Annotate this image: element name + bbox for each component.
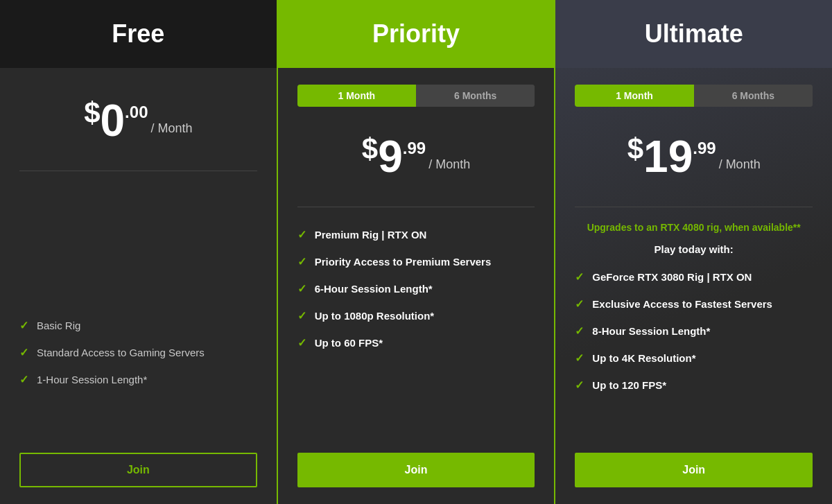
- play-today-label-ultimate: Play today with:: [575, 243, 813, 255]
- features-list-priority: ✓ Premium Rig | RTX ON ✓ Priority Access…: [297, 221, 535, 439]
- price-cents-priority: .99: [403, 139, 426, 158]
- price-dollar-ultimate: $: [627, 134, 643, 164]
- feature-text-free-2: 1-Hour Session Length*: [37, 374, 147, 385]
- price-dollar-priority: $: [362, 134, 378, 164]
- check-icon-priority-3: ✓: [297, 309, 306, 322]
- billing-1month-ultimate[interactable]: 1 Month: [575, 85, 693, 107]
- check-icon-ultimate-0: ✓: [575, 270, 584, 284]
- plan-free: Free $ 0 .00 / Month ✓ Basic Rig ✓: [0, 0, 277, 504]
- feature-item-free-1: ✓ Standard Access to Gaming Servers: [19, 339, 257, 366]
- feature-item-free-2: ✓ 1-Hour Session Length*: [19, 366, 257, 393]
- price-main-priority: $ 9 .99 / Month: [362, 134, 470, 179]
- feature-text-ultimate-3: Up to 4K Resolution*: [592, 352, 695, 364]
- plan-title-free: Free: [112, 19, 164, 48]
- check-icon-ultimate-1: ✓: [575, 297, 584, 311]
- feature-item-ultimate-4: ✓ Up to 120 FPS*: [575, 372, 813, 399]
- feature-text-priority-2: 6-Hour Session Length*: [315, 283, 433, 295]
- feature-text-priority-3: Up to 1080p Resolution*: [315, 310, 435, 322]
- feature-text-free-0: Basic Rig: [37, 320, 80, 331]
- check-icon-free-0: ✓: [19, 319, 28, 332]
- price-period-ultimate: / Month: [719, 157, 761, 172]
- feature-text-ultimate-2: 8-Hour Session Length*: [592, 325, 710, 337]
- feature-item-priority-1: ✓ Priority Access to Premium Servers: [297, 248, 535, 275]
- price-cents-ultimate: .99: [693, 139, 716, 158]
- feature-item-priority-2: ✓ 6-Hour Session Length*: [297, 275, 535, 302]
- plan-title-ultimate: Ultimate: [645, 19, 743, 48]
- upgrade-note-ultimate: Upgrades to an RTX 4080 rig, when availa…: [575, 221, 813, 235]
- price-main-free: $ 0 .00 / Month: [84, 98, 192, 143]
- feature-item-ultimate-2: ✓ 8-Hour Session Length*: [575, 318, 813, 345]
- billing-toggle-priority: 1 Month 6 Months: [297, 85, 535, 107]
- feature-text-ultimate-1: Exclusive Access to Fastest Servers: [592, 298, 772, 310]
- feature-item-priority-0: ✓ Premium Rig | RTX ON: [297, 221, 535, 248]
- billing-toggle-ultimate: 1 Month 6 Months: [575, 85, 813, 107]
- plan-header-priority: Priority: [278, 0, 555, 68]
- feature-text-ultimate-4: Up to 120 FPS*: [592, 379, 666, 391]
- plan-header-free: Free: [0, 0, 277, 68]
- price-whole-free: 0: [101, 98, 125, 143]
- join-button-ultimate[interactable]: Join: [575, 453, 813, 487]
- check-icon-priority-2: ✓: [297, 282, 306, 295]
- features-list-ultimate: ✓ GeForce RTX 3080 Rig | RTX ON ✓ Exclus…: [575, 263, 813, 439]
- divider-ultimate: [575, 207, 813, 207]
- price-section-priority: $ 9 .99 / Month: [297, 121, 535, 193]
- check-icon-priority-4: ✓: [297, 336, 306, 349]
- plan-header-ultimate: Ultimate: [555, 0, 832, 68]
- price-main-ultimate: $ 19 .99 / Month: [627, 134, 761, 179]
- plan-body-priority: 1 Month 6 Months $ 9 .99 / Month ✓ Premi…: [278, 68, 555, 504]
- check-icon-ultimate-4: ✓: [575, 379, 584, 392]
- feature-item-ultimate-0: ✓ GeForce RTX 3080 Rig | RTX ON: [575, 263, 813, 290]
- price-cents-free: .00: [125, 103, 148, 122]
- billing-6months-ultimate[interactable]: 6 Months: [694, 85, 813, 107]
- pricing-container: Free $ 0 .00 / Month ✓ Basic Rig ✓: [0, 0, 832, 504]
- feature-item-free-0: ✓ Basic Rig: [19, 312, 257, 339]
- feature-item-priority-3: ✓ Up to 1080p Resolution*: [297, 302, 535, 329]
- check-icon-free-2: ✓: [19, 373, 28, 386]
- check-icon-priority-1: ✓: [297, 255, 306, 268]
- plan-ultimate: Ultimate 1 Month 6 Months $ 19 .99 / Mon…: [555, 0, 832, 504]
- price-period-priority: / Month: [428, 157, 470, 172]
- feature-item-ultimate-1: ✓ Exclusive Access to Fastest Servers: [575, 290, 813, 318]
- price-period-free: / Month: [150, 121, 192, 136]
- plan-body-free: $ 0 .00 / Month ✓ Basic Rig ✓ Standard A…: [0, 68, 277, 504]
- feature-text-free-1: Standard Access to Gaming Servers: [37, 347, 205, 358]
- price-whole-priority: 9: [378, 134, 403, 179]
- divider-free: [19, 171, 257, 171]
- plan-priority: Priority 1 Month 6 Months $ 9 .99 / Mont…: [277, 0, 556, 504]
- join-button-priority[interactable]: Join: [297, 453, 535, 487]
- billing-6months-priority[interactable]: 6 Months: [416, 85, 535, 107]
- price-whole-ultimate: 19: [643, 134, 693, 179]
- divider-priority: [297, 207, 535, 207]
- check-icon-ultimate-2: ✓: [575, 324, 584, 338]
- feature-text-ultimate-0: GeForce RTX 3080 Rig | RTX ON: [592, 271, 752, 283]
- check-icon-free-1: ✓: [19, 346, 28, 359]
- price-section-ultimate: $ 19 .99 / Month: [575, 121, 813, 193]
- billing-1month-priority[interactable]: 1 Month: [297, 85, 416, 107]
- check-icon-ultimate-3: ✓: [575, 351, 584, 365]
- feature-text-priority-4: Up to 60 FPS*: [315, 337, 383, 349]
- check-icon-priority-0: ✓: [297, 228, 306, 241]
- feature-item-priority-4: ✓ Up to 60 FPS*: [297, 329, 535, 356]
- price-section-free: $ 0 .00 / Month: [19, 85, 257, 157]
- feature-item-ultimate-3: ✓ Up to 4K Resolution*: [575, 345, 813, 372]
- plan-body-ultimate: 1 Month 6 Months $ 19 .99 / Month Upgrad…: [555, 68, 832, 504]
- spacer-free: [19, 185, 257, 312]
- price-dollar-free: $: [84, 98, 100, 128]
- feature-text-priority-0: Premium Rig | RTX ON: [315, 229, 427, 241]
- join-button-free[interactable]: Join: [19, 453, 257, 487]
- features-list-free: ✓ Basic Rig ✓ Standard Access to Gaming …: [19, 312, 257, 439]
- feature-text-priority-1: Priority Access to Premium Servers: [315, 256, 492, 268]
- plan-title-priority: Priority: [372, 19, 460, 48]
